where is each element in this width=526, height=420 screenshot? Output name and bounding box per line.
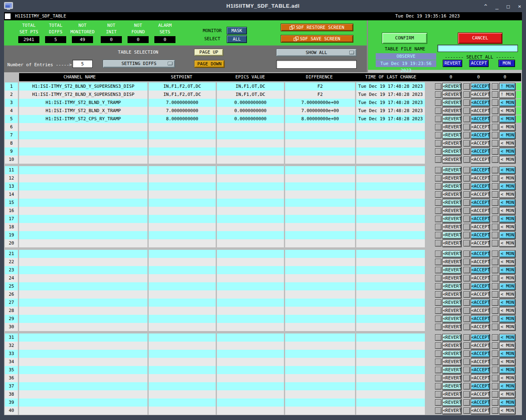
row-revert-button[interactable]: <REVERT <box>442 191 461 198</box>
row-revert-checkbox[interactable] <box>435 167 442 173</box>
row-revert-checkbox[interactable] <box>435 108 442 114</box>
row-mon-checkbox[interactable] <box>492 83 498 90</box>
row-accept-button[interactable]: <ACCEPT <box>471 199 490 206</box>
row-mon-button[interactable]: < MON <box>499 215 515 223</box>
row-revert-checkbox[interactable] <box>435 283 442 290</box>
row-revert-button[interactable]: <REVERT <box>442 375 461 382</box>
row-mon-button[interactable]: < MON <box>499 191 515 198</box>
row-mon-button[interactable]: ! MON <box>499 83 515 90</box>
row-accept-checkbox[interactable] <box>463 156 470 163</box>
row-mon-button[interactable]: < MON <box>499 232 515 239</box>
row-accept-checkbox[interactable] <box>463 140 470 147</box>
row-accept-button[interactable]: <ACCEPT <box>471 91 490 98</box>
row-accept-button[interactable]: <ACCEPT <box>471 207 490 214</box>
row-accept-checkbox[interactable] <box>463 251 470 257</box>
row-revert-button[interactable]: <REVERT <box>442 350 461 357</box>
row-revert-button[interactable]: <REVERT <box>442 342 461 349</box>
row-accept-button[interactable]: <ACCEPT <box>471 399 490 406</box>
row-accept-button[interactable]: <ACCEPT <box>471 350 490 357</box>
row-accept-checkbox[interactable] <box>463 240 470 247</box>
row-accept-checkbox[interactable] <box>463 375 470 381</box>
show-filter-dropdown[interactable]: SHOW ALL <box>276 49 357 56</box>
row-accept-checkbox[interactable] <box>463 175 470 182</box>
row-accept-button[interactable]: <ACCEPT <box>471 183 490 190</box>
row-mon-button[interactable]: < MON <box>499 199 515 206</box>
row-mon-button[interactable]: < MON <box>499 207 515 214</box>
row-accept-checkbox[interactable] <box>463 299 470 306</box>
row-mon-checkbox[interactable] <box>492 324 498 330</box>
row-revert-button[interactable]: <REVERT <box>442 323 461 331</box>
row-mon-checkbox[interactable] <box>492 359 498 365</box>
row-revert-checkbox[interactable] <box>435 175 442 182</box>
row-mon-checkbox[interactable] <box>492 199 498 206</box>
row-mon-button[interactable]: < MON <box>499 307 515 314</box>
table-file-name-input[interactable] <box>437 45 518 52</box>
row-mon-checkbox[interactable] <box>492 291 498 298</box>
row-revert-button[interactable]: <REVERT <box>442 334 461 341</box>
row-accept-button[interactable]: <ACCEPT <box>471 99 490 106</box>
row-mon-checkbox[interactable] <box>492 334 498 341</box>
row-revert-button[interactable]: <REVERT <box>442 299 461 306</box>
row-accept-button[interactable]: <ACCEPT <box>471 215 490 223</box>
row-accept-checkbox[interactable] <box>463 116 470 122</box>
row-accept-checkbox[interactable] <box>463 83 470 90</box>
row-revert-checkbox[interactable] <box>435 375 442 381</box>
row-revert-button[interactable]: <REVERT <box>442 266 461 274</box>
row-mon-button[interactable]: < MON <box>499 358 515 366</box>
select-all-mon-button[interactable]: MON <box>498 60 515 67</box>
row-mon-checkbox[interactable] <box>492 167 498 173</box>
row-revert-checkbox[interactable] <box>435 399 442 406</box>
row-accept-button[interactable]: <ACCEPT <box>471 240 490 247</box>
row-mon-checkbox[interactable] <box>492 351 498 357</box>
row-mon-checkbox[interactable] <box>492 232 498 238</box>
row-accept-button[interactable]: <ACCEPT <box>471 175 490 182</box>
row-revert-checkbox[interactable] <box>435 208 442 214</box>
row-revert-button[interactable]: <REVERT <box>442 258 461 266</box>
row-mon-button[interactable]: < MON <box>499 266 515 274</box>
row-revert-checkbox[interactable] <box>435 342 442 349</box>
row-revert-checkbox[interactable] <box>435 140 442 147</box>
row-revert-checkbox[interactable] <box>435 91 442 98</box>
row-revert-checkbox[interactable] <box>435 216 442 222</box>
row-accept-button[interactable]: <ACCEPT <box>471 358 490 366</box>
mask-button[interactable]: MASK <box>227 27 247 35</box>
row-revert-button[interactable]: <REVERT <box>442 167 461 174</box>
row-mon-checkbox[interactable] <box>492 91 498 98</box>
row-mon-checkbox[interactable] <box>492 307 498 314</box>
row-mon-button[interactable]: < MON <box>499 350 515 357</box>
row-mon-button[interactable]: < MON <box>499 315 515 323</box>
row-revert-button[interactable]: <REVERT <box>442 291 461 298</box>
row-revert-button[interactable]: <REVERT <box>442 148 461 155</box>
row-accept-button[interactable]: <ACCEPT <box>471 107 490 115</box>
row-revert-button[interactable]: <REVERT <box>442 140 461 147</box>
row-accept-button[interactable]: <ACCEPT <box>471 167 490 174</box>
row-accept-button[interactable]: <ACCEPT <box>471 140 490 147</box>
row-accept-checkbox[interactable] <box>463 334 470 341</box>
row-revert-button[interactable]: <REVERT <box>442 307 461 314</box>
row-revert-button[interactable]: <REVERT <box>442 240 461 247</box>
row-accept-checkbox[interactable] <box>463 108 470 114</box>
row-mon-button[interactable]: < MON <box>499 183 515 190</box>
row-mon-checkbox[interactable] <box>492 383 498 390</box>
row-revert-checkbox[interactable] <box>435 83 442 90</box>
row-mon-button[interactable]: < MON <box>499 291 515 298</box>
row-revert-checkbox[interactable] <box>435 307 442 314</box>
row-accept-checkbox[interactable] <box>463 351 470 357</box>
page-up-button[interactable]: PAGE UP <box>194 49 223 56</box>
row-mon-checkbox[interactable] <box>492 407 498 414</box>
row-mon-button[interactable]: < MON <box>499 275 515 282</box>
row-revert-button[interactable]: <REVERT <box>442 99 461 106</box>
row-revert-checkbox[interactable] <box>435 291 442 298</box>
row-revert-button[interactable]: <REVERT <box>442 183 461 190</box>
row-accept-checkbox[interactable] <box>463 191 470 198</box>
row-accept-button[interactable]: <ACCEPT <box>471 223 490 231</box>
row-mon-button[interactable]: < MON <box>499 240 515 247</box>
row-mon-checkbox[interactable] <box>492 108 498 114</box>
row-revert-checkbox[interactable] <box>435 199 442 206</box>
row-mon-checkbox[interactable] <box>492 391 498 398</box>
row-mon-checkbox[interactable] <box>492 240 498 247</box>
confirm-button[interactable]: CONFIRM <box>382 32 427 44</box>
row-accept-checkbox[interactable] <box>463 199 470 206</box>
row-mon-checkbox[interactable] <box>492 208 498 214</box>
row-revert-checkbox[interactable] <box>435 251 442 257</box>
